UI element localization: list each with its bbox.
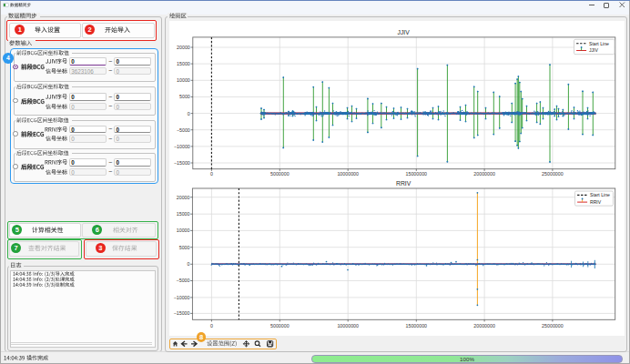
svg-text:−5000: −5000 [176, 278, 189, 283]
svg-text:20000: 20000 [176, 194, 189, 199]
svg-text:5000: 5000 [179, 94, 190, 99]
svg-text:10000: 10000 [177, 77, 190, 83]
svg-text:5000000: 5000000 [269, 171, 289, 177]
svg-text:RRIV: RRIV [395, 179, 411, 186]
svg-text:10000000: 10000000 [337, 171, 359, 177]
svg-text:−5000: −5000 [176, 126, 189, 132]
svg-text:0: 0 [209, 171, 212, 177]
svg-text:15000: 15000 [176, 211, 189, 217]
svg-text:JJIV: JJIV [589, 47, 599, 53]
svg-text:10000: 10000 [176, 228, 189, 233]
svg-text:0: 0 [187, 110, 189, 116]
svg-text:20000: 20000 [177, 44, 190, 49]
svg-text:20000000: 20000000 [473, 322, 495, 328]
svg-text:25000000: 25000000 [542, 322, 564, 328]
svg-text:Start Line: Start Line [589, 40, 609, 46]
svg-text:5000: 5000 [178, 244, 189, 249]
svg-text:0: 0 [209, 322, 212, 328]
svg-text:Start Line: Start Line [590, 192, 610, 197]
svg-text:15000000: 15000000 [405, 171, 427, 177]
svg-text:15000000: 15000000 [405, 322, 427, 328]
svg-text:15000: 15000 [177, 61, 190, 66]
svg-text:JJIV: JJIV [397, 29, 410, 35]
svg-text:−10000: −10000 [173, 143, 189, 148]
svg-text:0: 0 [187, 261, 189, 267]
svg-text:25000000: 25000000 [542, 171, 564, 177]
svg-text:−10000: −10000 [173, 294, 189, 299]
svg-text:10000000: 10000000 [337, 322, 359, 328]
svg-text:−15000: −15000 [173, 310, 189, 316]
svg-text:RRIV: RRIV [590, 199, 602, 205]
svg-text:−15000: −15000 [173, 159, 189, 165]
svg-text:20000000: 20000000 [473, 171, 495, 177]
svg-text:5000000: 5000000 [269, 322, 289, 328]
